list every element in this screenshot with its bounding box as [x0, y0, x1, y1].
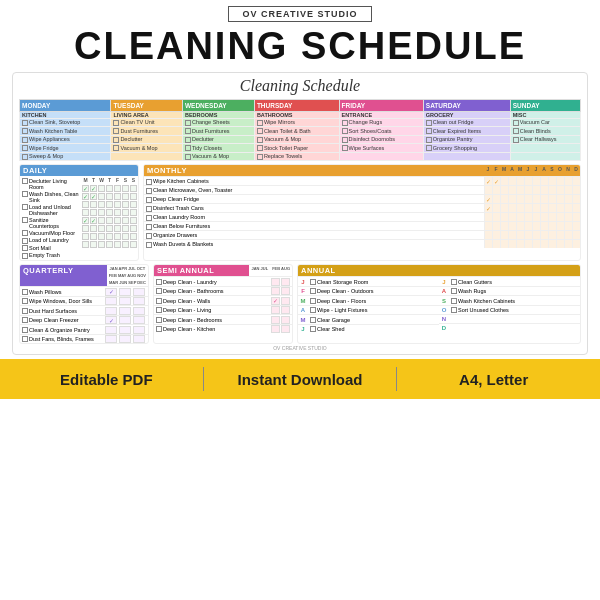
- monthly-check-cell[interactable]: [532, 186, 540, 194]
- daily-check-cell[interactable]: [130, 241, 137, 248]
- checkbox[interactable]: [310, 307, 316, 313]
- checkbox[interactable]: [185, 128, 191, 134]
- monthly-check-cell[interactable]: [524, 204, 532, 212]
- daily-check-cell[interactable]: [114, 185, 121, 192]
- monthly-check-cell[interactable]: [508, 222, 516, 230]
- monthly-check-cell[interactable]: [540, 195, 548, 203]
- monthly-check-cell[interactable]: [540, 186, 548, 194]
- checkbox[interactable]: [22, 336, 28, 342]
- monthly-check-cell[interactable]: [564, 240, 572, 248]
- monthly-check-cell[interactable]: [516, 240, 524, 248]
- daily-check-cell[interactable]: [82, 241, 89, 248]
- checkbox[interactable]: [146, 242, 152, 248]
- daily-check-cell[interactable]: [106, 233, 113, 240]
- quarterly-check-cell[interactable]: [119, 297, 131, 305]
- checkbox[interactable]: [185, 120, 191, 126]
- monthly-check-cell[interactable]: [556, 213, 564, 221]
- monthly-check-cell[interactable]: [524, 177, 532, 185]
- monthly-check-cell[interactable]: [508, 240, 516, 248]
- checkbox[interactable]: [426, 137, 432, 143]
- daily-check-cell[interactable]: [114, 201, 121, 208]
- checkbox[interactable]: [342, 128, 348, 134]
- checkbox[interactable]: [146, 224, 152, 230]
- daily-check-cell[interactable]: ✓: [82, 217, 89, 224]
- monthly-check-cell[interactable]: [540, 177, 548, 185]
- checkbox[interactable]: [451, 298, 457, 304]
- daily-check-cell[interactable]: ✓: [90, 185, 97, 192]
- checkbox[interactable]: [22, 245, 28, 251]
- quarterly-check-cell[interactable]: [133, 316, 145, 324]
- monthly-check-cell[interactable]: [532, 213, 540, 221]
- monthly-check-cell[interactable]: [500, 204, 508, 212]
- monthly-check-cell[interactable]: [524, 222, 532, 230]
- daily-check-cell[interactable]: [82, 201, 89, 208]
- semi-check-cell[interactable]: [281, 278, 290, 286]
- checkbox[interactable]: [185, 154, 191, 160]
- daily-check-cell[interactable]: [82, 225, 89, 232]
- checkbox[interactable]: [310, 279, 316, 285]
- daily-check-cell[interactable]: [114, 193, 121, 200]
- checkbox[interactable]: [22, 238, 28, 244]
- checkbox[interactable]: [22, 204, 28, 210]
- checkbox[interactable]: [113, 128, 119, 134]
- checkbox[interactable]: [146, 233, 152, 239]
- monthly-check-cell[interactable]: [500, 222, 508, 230]
- daily-check-cell[interactable]: [130, 185, 137, 192]
- monthly-check-cell[interactable]: [516, 222, 524, 230]
- monthly-check-cell[interactable]: [508, 204, 516, 212]
- checkbox[interactable]: [451, 307, 457, 313]
- monthly-check-cell[interactable]: [500, 240, 508, 248]
- quarterly-check-cell[interactable]: ✓: [105, 316, 117, 324]
- monthly-check-cell[interactable]: [564, 222, 572, 230]
- semi-check-cell[interactable]: [281, 297, 290, 305]
- quarterly-check-cell[interactable]: [105, 326, 117, 334]
- checkbox[interactable]: [22, 289, 28, 295]
- daily-check-cell[interactable]: [122, 225, 129, 232]
- daily-check-cell[interactable]: [106, 185, 113, 192]
- monthly-check-cell[interactable]: [572, 231, 580, 239]
- daily-check-cell[interactable]: [114, 209, 121, 216]
- daily-check-cell[interactable]: [114, 241, 121, 248]
- quarterly-check-cell[interactable]: [119, 307, 131, 315]
- monthly-check-cell[interactable]: [548, 213, 556, 221]
- daily-check-cell[interactable]: [98, 233, 105, 240]
- semi-check-cell[interactable]: ✓: [271, 297, 280, 305]
- checkbox[interactable]: [342, 120, 348, 126]
- monthly-check-cell[interactable]: [508, 213, 516, 221]
- checkbox[interactable]: [310, 298, 316, 304]
- quarterly-check-cell[interactable]: [105, 335, 117, 343]
- daily-check-cell[interactable]: [90, 201, 97, 208]
- daily-check-cell[interactable]: [130, 193, 137, 200]
- monthly-check-cell[interactable]: [564, 213, 572, 221]
- monthly-check-cell[interactable]: [564, 204, 572, 212]
- monthly-check-cell[interactable]: [492, 204, 500, 212]
- daily-check-cell[interactable]: [82, 209, 89, 216]
- semi-check-cell[interactable]: [271, 278, 280, 286]
- monthly-check-cell[interactable]: [548, 222, 556, 230]
- checkbox[interactable]: [257, 128, 263, 134]
- monthly-check-cell[interactable]: [516, 213, 524, 221]
- monthly-check-cell[interactable]: [564, 231, 572, 239]
- monthly-check-cell[interactable]: ✓: [492, 177, 500, 185]
- daily-check-cell[interactable]: [122, 201, 129, 208]
- checkbox[interactable]: [22, 128, 28, 134]
- checkbox[interactable]: [22, 178, 28, 184]
- daily-check-cell[interactable]: [90, 241, 97, 248]
- monthly-check-cell[interactable]: [564, 195, 572, 203]
- monthly-check-cell[interactable]: [572, 204, 580, 212]
- monthly-check-cell[interactable]: [484, 213, 492, 221]
- checkbox[interactable]: [22, 137, 28, 143]
- monthly-check-cell[interactable]: [556, 240, 564, 248]
- quarterly-check-cell[interactable]: [119, 288, 131, 296]
- daily-check-cell[interactable]: [122, 193, 129, 200]
- checkbox[interactable]: [22, 327, 28, 333]
- monthly-check-cell[interactable]: [492, 240, 500, 248]
- checkbox[interactable]: [113, 137, 119, 143]
- checkbox[interactable]: [257, 154, 263, 160]
- monthly-check-cell[interactable]: [572, 177, 580, 185]
- monthly-check-cell[interactable]: [492, 231, 500, 239]
- monthly-check-cell[interactable]: [484, 240, 492, 248]
- checkbox[interactable]: [451, 279, 457, 285]
- semi-check-cell[interactable]: [281, 316, 290, 324]
- daily-check-cell[interactable]: [98, 185, 105, 192]
